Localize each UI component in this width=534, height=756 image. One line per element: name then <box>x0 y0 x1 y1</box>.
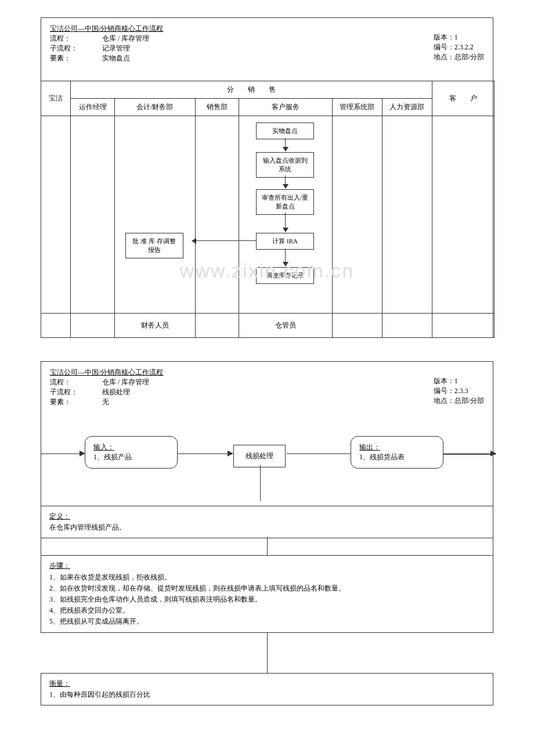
vline-down <box>260 465 261 501</box>
elem-value: 实物盘点 <box>102 53 130 63</box>
step-5: 5、把残损从可卖成品隔离开。 <box>49 616 485 627</box>
arrow-in <box>41 453 85 454</box>
loc-label: 地点： <box>434 53 454 61</box>
step-2: 2、如在收货时没发现，却在存储、提货时发现残损，则在残损申请表上填写残损的品名和… <box>49 583 485 594</box>
steps-box: 步骤： 1、如果在收货是发现残损，拒收残损。 2、如在收货时没发现，却在存储、提… <box>41 555 493 632</box>
output-title: 输出： <box>359 442 435 452</box>
no-value-2: 2.3.3 <box>454 387 468 395</box>
connector-line-1 <box>267 537 268 556</box>
node-5: 调整库存记录 <box>256 267 314 284</box>
input-box: 输入： 1、残损产品 <box>85 436 178 469</box>
arrow-h-1 <box>192 240 256 241</box>
sub-label: 子流程： <box>50 44 102 53</box>
step-1: 1、如果在收货是发现残损，拒收残损。 <box>49 572 485 583</box>
ver-value-2: 1 <box>454 377 458 385</box>
ver-label-2: 版本： <box>434 377 454 385</box>
col-cs: 客户服务 <box>239 99 333 116</box>
def-title: 定义： <box>49 511 485 522</box>
col-sales: 销售部 <box>196 99 239 116</box>
flow-value: 仓库 / 库存管理 <box>102 34 149 44</box>
loc-value: 总部/分部 <box>454 53 484 61</box>
sub-value-2: 残损处理 <box>102 387 130 397</box>
col-cust: 客 户 <box>432 81 494 116</box>
loc-label-2: 地点： <box>434 397 454 405</box>
title-1: 宝洁公司—中国/分销商核心工作流程 <box>50 24 163 34</box>
step-3: 3、如残损完全由仓库动作人员造成，则填写残损表注明品名和数量。 <box>49 594 485 605</box>
flow-value-2: 仓库 / 库存管理 <box>102 377 149 387</box>
def-text: 在仓库内管理残损产品。 <box>49 522 485 533</box>
connector-line-2 <box>267 633 268 674</box>
swimlane-table: 宝洁 分 销 售 客 户 运作经理 会计/财务部 销售部 客户服务 管理系统部 … <box>41 81 495 338</box>
arrow-ip <box>178 453 233 454</box>
definition-box: 定义： 在仓库内管理残损产品。 <box>41 506 493 538</box>
elem-value-2: 无 <box>102 397 109 407</box>
no-label: 编号： <box>434 43 454 51</box>
input-title: 输入： <box>93 442 169 452</box>
node-approve: 批 准 库 存调整报告 <box>125 233 183 258</box>
header-1: 宝洁公司—中国/分销商核心工作流程 流程：仓库 / 库存管理 子流程：记录管理 … <box>41 18 493 81</box>
col-dist: 分 销 售 <box>71 81 432 99</box>
node-4: 计算 IRA <box>256 233 314 250</box>
col-baojie: 宝洁 <box>41 81 71 116</box>
lane-acct: 批 准 库 存调整报告 <box>117 120 193 309</box>
sub-value: 记录管理 <box>102 44 130 53</box>
arrow-4 <box>285 249 286 266</box>
elem-label-2: 要素： <box>50 397 102 407</box>
lane-cs: 实物盘点 输入盘点收据到系统 审查所有出入/重新盘点 计算 IRA 调整库存记录 <box>241 120 330 309</box>
arrow-po <box>287 453 351 454</box>
connector-1 <box>41 538 493 555</box>
block-1: 宝洁公司—中国/分销商核心工作流程 流程：仓库 / 库存管理 子流程：记录管理 … <box>41 17 493 338</box>
sub-label-2: 子流程： <box>50 387 102 397</box>
no-label-2: 编号： <box>434 387 454 395</box>
arrow-1 <box>285 138 286 151</box>
flow-label-2: 流程： <box>50 377 102 387</box>
flow-diagram-2: 输入： 1、残损产品 残损处理 输出： 1、残损货品表 <box>50 413 484 500</box>
footer-acct: 财务人员 <box>114 314 195 338</box>
col-acct: 会计/财务部 <box>114 99 195 116</box>
output-item: 1、残损货品表 <box>359 452 435 462</box>
footer-cs: 仓管员 <box>239 314 333 338</box>
measure-title: 衡量： <box>49 678 485 689</box>
arrow-2 <box>285 175 286 188</box>
block-2: 宝洁公司—中国/分销商核心工作流程 流程：仓库 / 库存管理 子流程：残损处理 … <box>41 361 493 633</box>
col-mis: 管理系统部 <box>333 99 383 116</box>
process-label: 残损处理 <box>246 452 273 460</box>
arrow-3 <box>285 213 286 232</box>
process-box: 残损处理 <box>233 445 286 467</box>
measure-block: 衡量： 1、由每种原因引起的残损百分比 <box>41 673 493 705</box>
title-2: 宝洁公司—中国/分销商核心工作流程 <box>50 368 163 377</box>
measure-box: 衡量： 1、由每种原因引起的残损百分比 <box>41 674 493 705</box>
arrow-out <box>443 453 496 455</box>
no-value: 2.3.2.2 <box>454 43 474 51</box>
loc-value-2: 总部/分部 <box>454 397 484 405</box>
output-box: 输出： 1、残损货品表 <box>351 436 443 469</box>
input-item: 1、残损产品 <box>93 452 169 462</box>
col-ops: 运作经理 <box>71 99 114 116</box>
ver-label: 版本： <box>434 33 454 41</box>
steps-title: 步骤： <box>49 560 485 571</box>
col-hr: 人力资源部 <box>382 99 432 116</box>
flow-label: 流程： <box>50 34 102 44</box>
header-2: 宝洁公司—中国/分销商核心工作流程 流程：仓库 / 库存管理 子流程：残损处理 … <box>41 362 493 506</box>
ver-value: 1 <box>454 33 458 41</box>
elem-label: 要素： <box>50 53 102 63</box>
node-2: 输入盘点收据到系统 <box>256 152 314 178</box>
node-3: 审查所有出入/重新盘点 <box>256 189 314 215</box>
node-1: 实物盘点 <box>256 123 314 139</box>
measure-1: 1、由每种原因引起的残损百分比 <box>49 689 485 700</box>
step-4: 4、把残损表交回办公室。 <box>49 605 485 616</box>
